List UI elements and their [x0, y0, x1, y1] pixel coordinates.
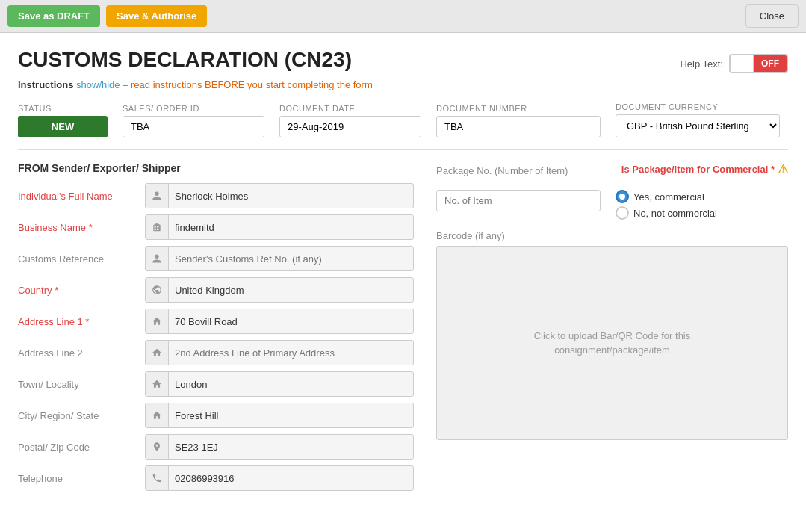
field-label-6: Town/ Locality — [18, 379, 145, 390]
status-badge: NEW — [18, 116, 108, 137]
commercial-no-label: No, not commercial — [633, 208, 717, 219]
doc-date-label: Document Date — [279, 104, 421, 113]
sales-order-input[interactable] — [123, 116, 264, 137]
person-icon — [146, 247, 169, 270]
package-header-row: Package No. (Number of Item) Is Package/… — [436, 162, 788, 181]
sender-field-row: City/ Region/ State — [18, 403, 414, 428]
main-content: CUSTOMS DECLARATION (CN23) Help Text: OF… — [0, 33, 806, 532]
sender-input-4[interactable] — [169, 312, 413, 332]
input-wrapper-6 — [145, 371, 414, 397]
sender-field-row: Telephone — [18, 466, 414, 491]
sender-fields: Individual's Full NameBusiness Name *Cus… — [18, 183, 414, 491]
doc-currency-select[interactable]: GBP - British Pound Sterling — [616, 114, 780, 137]
package-inputs-row: Yes, commercial No, not commercial — [436, 190, 788, 220]
doc-number-field: Document Number — [436, 104, 601, 137]
instructions-show-hide[interactable]: show/hide — [76, 79, 120, 90]
no-of-item-input[interactable] — [436, 190, 601, 211]
commercial-yes-label: Yes, commercial — [633, 191, 704, 202]
doc-date-field: Document Date — [279, 104, 421, 137]
home-icon — [146, 403, 169, 427]
help-text-control: Help Text: OFF — [680, 54, 788, 73]
no-of-item-group — [436, 190, 601, 220]
field-label-0: Individual's Full Name — [18, 191, 145, 202]
doc-currency-field: Document Currency GBP - British Pound St… — [616, 102, 780, 137]
pin-icon — [146, 435, 169, 459]
sender-field-row: Postal/ Zip Code — [18, 434, 414, 460]
person-icon — [146, 184, 169, 208]
field-label-9: Telephone — [18, 473, 145, 484]
commercial-label: Is Package/Item for Commercial * ⚠ — [621, 162, 788, 176]
phone-icon — [146, 466, 169, 490]
sender-input-1[interactable] — [169, 217, 413, 238]
package-no-group: Package No. (Number of Item) — [436, 165, 568, 181]
instructions-bar: Instructions show/hide – read instructio… — [18, 79, 788, 90]
input-wrapper-1 — [145, 214, 414, 240]
page-title: CUSTOMS DECLARATION (CN23) — [18, 48, 352, 72]
radio-yes-checked — [616, 190, 629, 203]
package-section: Package No. (Number of Item) Is Package/… — [436, 162, 788, 497]
input-wrapper-7 — [145, 403, 414, 428]
status-row: STATUS NEW Sales/ Order ID Document Date… — [18, 102, 788, 137]
commercial-yes-option[interactable]: Yes, commercial — [616, 190, 717, 203]
help-text-label: Help Text: — [680, 58, 723, 69]
home-icon — [146, 372, 169, 396]
status-label: STATUS — [18, 104, 108, 113]
sender-field-row: Address Line 1 * — [18, 309, 414, 334]
radio-no-unchecked — [616, 206, 629, 220]
form-columns: FROM Sender/ Exporter/ Shipper Individua… — [18, 162, 788, 497]
globe-icon — [146, 278, 169, 302]
close-button[interactable]: Close — [745, 4, 799, 28]
doc-number-input[interactable] — [436, 116, 601, 137]
sales-order-field: Sales/ Order ID — [123, 104, 264, 137]
toggle-off-side: OFF — [754, 55, 787, 72]
commercial-radio-group: Yes, commercial No, not commercial — [616, 190, 717, 220]
barcode-label: Barcode (if any) — [436, 230, 788, 241]
input-wrapper-8 — [145, 434, 414, 460]
sender-field-row: Customs Reference — [18, 246, 414, 271]
input-wrapper-5 — [145, 340, 414, 365]
sender-input-7[interactable] — [169, 406, 413, 426]
sender-input-9[interactable] — [169, 468, 413, 489]
doc-number-label: Document Number — [436, 104, 601, 113]
sender-input-8[interactable] — [169, 437, 413, 457]
sender-input-5[interactable] — [169, 343, 413, 363]
doc-date-input[interactable] — [279, 116, 421, 137]
input-wrapper-4 — [145, 309, 414, 334]
warning-icon: ⚠ — [778, 162, 788, 176]
barcode-upload-area[interactable]: Click to upload Bar/QR Code for thiscons… — [436, 246, 788, 440]
field-label-4: Address Line 1 * — [18, 316, 145, 327]
header-row: CUSTOMS DECLARATION (CN23) Help Text: OF… — [18, 48, 788, 73]
sender-input-6[interactable] — [169, 374, 413, 395]
home-icon — [146, 309, 169, 333]
commercial-group: Is Package/Item for Commercial * ⚠ — [621, 162, 788, 181]
sender-field-row: Country * — [18, 277, 414, 303]
building-icon — [146, 215, 169, 239]
save-authorise-button[interactable]: Save & Authorise — [106, 5, 207, 27]
field-label-2: Customs Reference — [18, 253, 145, 265]
field-label-5: Address Line 2 — [18, 347, 145, 359]
barcode-upload-text: Click to upload Bar/QR Code for thiscons… — [534, 329, 691, 358]
sender-field-row: Town/ Locality — [18, 371, 414, 397]
sales-order-label: Sales/ Order ID — [123, 104, 264, 113]
sender-section-title: FROM Sender/ Exporter/ Shipper — [18, 162, 414, 174]
toggle-on-side — [731, 55, 754, 72]
help-text-toggle[interactable]: OFF — [729, 54, 788, 73]
field-label-1: Business Name * — [18, 222, 145, 233]
sender-field-row: Business Name * — [18, 214, 414, 240]
sender-field-row: Address Line 2 — [18, 340, 414, 365]
toolbar: Save as DRAFT Save & Authorise Close — [0, 0, 806, 33]
input-wrapper-3 — [145, 277, 414, 303]
home-icon — [146, 341, 169, 365]
sender-input-0[interactable] — [169, 186, 413, 206]
sender-section: FROM Sender/ Exporter/ Shipper Individua… — [18, 162, 414, 497]
field-label-7: City/ Region/ State — [18, 410, 145, 421]
section-divider — [18, 149, 788, 150]
sender-input-3[interactable] — [169, 280, 413, 300]
save-draft-button[interactable]: Save as DRAFT — [7, 5, 100, 27]
input-wrapper-9 — [145, 466, 414, 491]
commercial-no-option[interactable]: No, not commercial — [616, 206, 717, 220]
field-label-3: Country * — [18, 285, 145, 296]
sender-input-2[interactable] — [169, 249, 413, 269]
input-wrapper-2 — [145, 246, 414, 271]
instructions-label: Instructions — [18, 79, 73, 90]
